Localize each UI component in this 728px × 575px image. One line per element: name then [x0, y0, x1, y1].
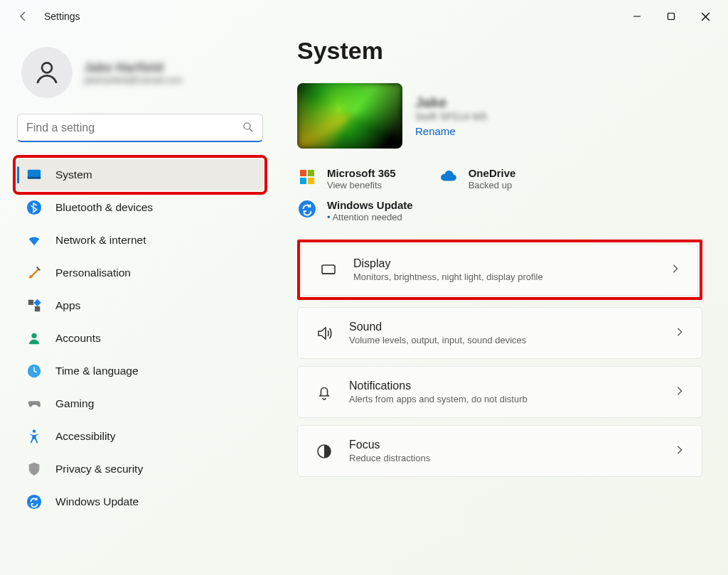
sidebar-item-label: Accessibility [55, 430, 115, 443]
svg-rect-22 [322, 265, 335, 274]
microsoft-icon [297, 167, 317, 187]
svg-rect-1 [668, 14, 675, 20]
card-sub: Volume levels, output, input, sound devi… [349, 335, 659, 345]
card-title: Display [353, 257, 655, 270]
avatar [21, 47, 73, 98]
svg-rect-8 [28, 177, 41, 179]
status-windows-update[interactable]: Windows Update Attention needed [297, 199, 413, 222]
focus-icon [315, 443, 333, 460]
svg-rect-10 [28, 300, 33, 305]
search-input[interactable] [17, 114, 263, 142]
display-icon [319, 262, 338, 279]
accessibility-icon [26, 428, 43, 445]
window-controls [620, 3, 722, 30]
apps-icon [26, 297, 43, 314]
system-icon [26, 166, 43, 183]
onedrive-icon [439, 167, 459, 187]
person-icon [26, 330, 43, 347]
device-row: Jake Swift SF514-W5 Rename [297, 83, 702, 149]
card-focus[interactable]: Focus Reduce distractions [297, 425, 702, 477]
paintbrush-icon [26, 264, 43, 281]
sidebar-item-time-language[interactable]: Time & language [17, 355, 263, 387]
sound-icon [315, 325, 333, 342]
page-title: System [297, 37, 702, 65]
sidebar-item-apps[interactable]: Apps [17, 290, 263, 321]
status-sub: Backed up [469, 180, 516, 190]
svg-rect-12 [33, 299, 41, 306]
status-sub: View benefits [327, 180, 396, 190]
status-label: Windows Update [327, 199, 413, 211]
sidebar-item-system[interactable]: System [17, 159, 263, 190]
device-image [297, 83, 402, 149]
sidebar-item-personalisation[interactable]: Personalisation [17, 257, 263, 289]
sidebar-item-label: Network & internet [55, 234, 146, 247]
bluetooth-icon [26, 199, 43, 216]
rename-link[interactable]: Rename [415, 125, 456, 137]
status-label: Microsoft 365 [327, 167, 396, 179]
chevron-right-icon [670, 264, 680, 276]
update-icon [26, 493, 43, 510]
maximize-button[interactable] [654, 3, 688, 30]
sidebar-item-accessibility[interactable]: Accessibility [17, 421, 263, 452]
nav: System Bluetooth & devices Network & int… [17, 159, 263, 517]
sidebar-item-label: Privacy & security [55, 463, 143, 475]
window-title: Settings [44, 11, 80, 22]
clock-globe-icon [26, 362, 43, 380]
card-sub: Monitors, brightness, night light, displ… [353, 272, 655, 282]
shield-icon [26, 461, 43, 478]
card-title: Focus [349, 439, 659, 451]
card-sound[interactable]: Sound Volume levels, output, input, soun… [297, 307, 702, 359]
sidebar-item-bluetooth[interactable]: Bluetooth & devices [17, 192, 263, 223]
card-display[interactable]: Display Monitors, brightness, night ligh… [301, 244, 698, 296]
profile-email: jakeharfield@hotmail.com [84, 75, 182, 85]
gamepad-icon [26, 395, 43, 412]
main: System Jake Swift SF514-W5 Rename Micros… [269, 33, 728, 575]
svg-rect-20 [308, 178, 314, 184]
search-icon [242, 121, 255, 136]
svg-point-15 [33, 429, 36, 432]
sidebar-item-label: Accounts [55, 332, 101, 345]
card-sub: Reduce distractions [349, 453, 659, 463]
status-onedrive[interactable]: OneDrive Backed up [439, 167, 516, 190]
svg-rect-17 [300, 170, 306, 176]
bell-icon [315, 384, 333, 401]
sidebar-item-label: System [55, 168, 92, 181]
svg-point-4 [42, 63, 52, 72]
sidebar-item-windows-update[interactable]: Windows Update [17, 486, 263, 517]
sidebar-item-label: Personalisation [55, 267, 131, 279]
sidebar: Jake Harfield jakeharfield@hotmail.com S… [0, 33, 269, 575]
svg-point-5 [244, 123, 250, 129]
wifi-icon [26, 232, 43, 249]
status-label: OneDrive [469, 167, 516, 179]
sidebar-item-label: Bluetooth & devices [55, 201, 153, 214]
search-box [17, 114, 263, 142]
sidebar-item-label: Gaming [55, 397, 94, 410]
card-sub: Alerts from apps and system, do not dist… [349, 394, 659, 404]
sidebar-item-label: Apps [55, 299, 80, 312]
sidebar-item-accounts[interactable]: Accounts [17, 323, 263, 354]
sidebar-item-gaming[interactable]: Gaming [17, 388, 263, 419]
sidebar-item-label: Time & language [55, 365, 139, 377]
sidebar-item-label: Windows Update [55, 495, 139, 508]
profile-name: Jake Harfield [84, 60, 182, 75]
card-notifications[interactable]: Notifications Alerts from apps and syste… [297, 366, 702, 418]
update-icon [297, 199, 317, 219]
svg-rect-19 [300, 178, 306, 184]
sidebar-item-network[interactable]: Network & internet [17, 225, 263, 256]
status-sub: Attention needed [327, 212, 413, 222]
svg-line-6 [250, 129, 252, 131]
card-title: Sound [349, 321, 659, 333]
card-title: Notifications [349, 380, 659, 392]
chevron-right-icon [675, 386, 685, 399]
settings-list: Display Monitors, brightness, night ligh… [297, 240, 702, 477]
back-button[interactable] [16, 11, 31, 22]
minimize-button[interactable] [620, 3, 654, 30]
chevron-right-icon [675, 445, 685, 458]
titlebar: Settings [0, 0, 728, 33]
svg-rect-18 [308, 170, 314, 176]
status-m365[interactable]: Microsoft 365 View benefits [297, 167, 396, 190]
sidebar-item-privacy[interactable]: Privacy & security [17, 453, 263, 485]
close-button[interactable] [688, 3, 722, 30]
profile-block[interactable]: Jake Harfield jakeharfield@hotmail.com [17, 47, 262, 98]
svg-point-13 [31, 333, 36, 338]
